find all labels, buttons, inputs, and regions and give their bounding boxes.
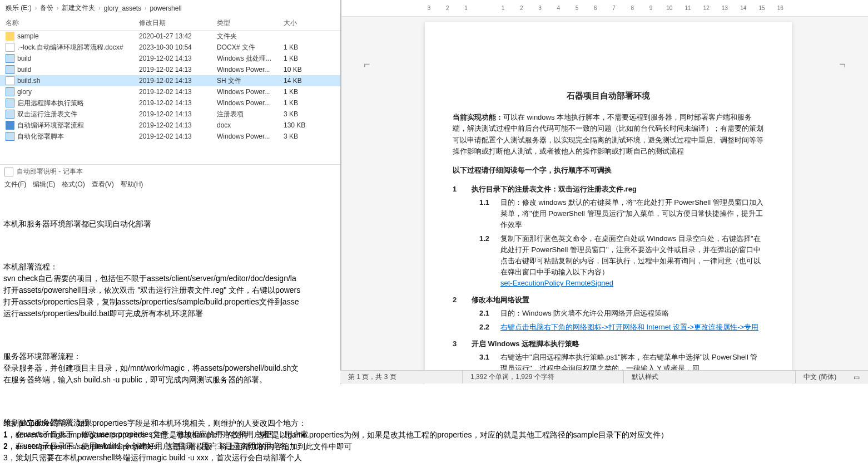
file-type: DOCX# 文件 [217,43,284,52]
breadcrumb[interactable]: 娱乐 (E:)› 备份› 新建文件夹› glory_assets› powers… [0,0,340,16]
file-type: Windows Power... [217,66,284,73]
status-book-icon[interactable]: ▭ [846,371,868,384]
ruler-mark: 12 [702,5,711,11]
doc-ordered-list: 1执行目录下的注册表文件：双击运行注册表文件.reg1.1目的：修改 windo… [453,184,764,376]
file-type: Windows Power... [217,132,284,140]
doc-icon [6,121,14,130]
chevron-right-icon: › [98,5,100,11]
col-header-type[interactable]: 类型 [217,18,284,28]
file-name: 双击运行注册表文件 [17,110,77,119]
ruler-mark: 3 [536,5,544,11]
doc-sub-body: 复制下面那行蓝色英文命令，在桌面空白处或 Windows 目录空白处，右键选择"… [500,233,764,289]
file-size: 3 KB [284,132,328,140]
notepad-titlebar: 自动部署说明 - 记事本 [0,165,340,179]
file-size: 130 KB [284,121,328,129]
menu-edit[interactable]: 编辑(E) [33,180,55,189]
col-header-size[interactable]: 大小 [284,18,328,28]
doc-item-title: 执行目录下的注册表文件：双击运行注册表文件.reg [472,184,764,195]
file-row[interactable]: 启用远程脚本执行策略2019-12-02 14:13Windows Power.… [0,97,340,109]
notepad-para: 服务器环境部署流程： 登录服务器，并创建项目主目录，如/mnt/work/mag… [3,351,337,386]
file-icon [6,43,14,52]
doc-link[interactable]: 右键点击电脑右下角的网络图标->打开网络和 Internet 设置->更改连接属… [500,323,758,331]
ruler[interactable]: 32112345678910111213141516 [341,0,868,17]
doc-item-num: 1 [453,184,464,291]
file-row[interactable]: sample2020-01-27 13:42文件夹 [0,31,340,42]
ruler-mark: 10 [665,5,673,11]
script-icon [6,99,14,107]
ruler-mark: 6 [591,5,599,11]
ruler-mark: 1 [462,5,470,11]
status-bar: 第 1 页，共 3 页 1,392 个单词，1,929 个字符 默认样式 中文 … [340,370,868,384]
chevron-right-icon: › [145,5,146,11]
doc-sub-text: 目的：修改 windows 默认的右键菜单，将"在此处打开 PowerShell… [500,198,763,229]
file-date: 2019-12-02 14:13 [139,132,217,140]
ruler-mark: 16 [776,5,785,11]
ruler-mark: 2 [443,5,452,11]
file-date: 2019-12-02 14:13 [139,77,217,85]
file-row[interactable]: .~lock.自动编译环境部署流程.docx#2023-10-30 10:54D… [0,42,340,53]
file-row[interactable]: 自动化部署脚本2019-12-02 14:13Windows Power...3… [0,131,340,142]
notepad-para: 本机和服务器环境部署都已实现自动化部署 [3,218,337,230]
ruler-mark: 7 [610,5,618,11]
doc-sub-body: 目的：Windows 防火墙不允许公用网络开启远程策略 [500,308,764,319]
menu-file[interactable]: 文件(F) [4,180,26,189]
status-style[interactable]: 默认样式 [624,371,796,384]
file-row[interactable]: build2019-12-02 14:13Windows 批处理...1 KB [0,53,340,64]
doc-sub-text: 右键选中"启用远程脚本执行策略.ps1"脚本，在右键菜单中选择"以 PowerS… [500,353,757,372]
file-list-header: 名称 修改日期 类型 大小 [0,16,340,31]
file-type: Windows Power... [217,88,284,96]
page-corner-mark: ¬ [839,56,846,73]
doc-sub-text: 目的：Windows 防火墙不允许公用网络开启远程策略 [500,309,669,317]
file-name: build.sh [17,77,40,85]
doc-intro-label: 当前实现功能： [453,113,503,121]
breadcrumb-seg[interactable]: powershell [150,4,181,12]
file-row[interactable]: 双击运行注册表文件2019-12-02 14:13注册表项3 KB [0,109,340,120]
file-name: build [17,55,31,62]
file-name: sample [17,32,39,40]
doc-sub-item: 2.1目的：Windows 防火墙不允许公用网络开启远程策略 [479,308,764,319]
file-row[interactable]: glory2019-12-02 14:13Windows Power...1 K… [0,86,340,97]
script-icon [6,132,14,141]
doc-sub-item: 1.2复制下面那行蓝色英文命令，在桌面空白处或 Windows 目录空白处，右键… [479,233,764,289]
col-header-name[interactable]: 名称 [0,18,139,28]
script-icon [6,54,14,63]
file-date: 2019-12-02 14:13 [139,99,217,107]
file-row[interactable]: 自动编译环境部署流程2019-12-02 14:13docx130 KB [0,120,340,131]
doc-sub-body: 目的：修改 windows 默认的右键菜单，将"在此处打开 PowerShell… [500,197,764,230]
file-size: 3 KB [284,110,328,118]
doc-sub-num: 2.1 [479,308,494,319]
file-type: SH 文件 [217,76,284,86]
status-lang[interactable]: 中文 (简体) [796,371,846,384]
file-name: glory [17,88,32,96]
doc-sub-item: 1.1目的：修改 windows 默认的右键菜单，将"在此处打开 PowerSh… [479,197,764,230]
breadcrumb-seg[interactable]: glory_assets [104,4,141,12]
status-page[interactable]: 第 1 页，共 3 页 [340,371,463,384]
script-icon [6,110,14,119]
doc-link[interactable]: set-ExecutionPolicy RemoteSigned [500,279,613,287]
doc-sub-body: 右键点击电脑右下角的网络图标->打开网络和 Internet 设置->更改连接属… [500,322,764,333]
file-icon [6,76,14,85]
file-row[interactable]: build.sh2019-12-02 14:13SH 文件14 KB [0,75,340,86]
doc-intro: 当前实现功能：可以在 windows 本地执行脚本，不需要远程到服务器，同时部署… [453,112,764,157]
file-type: Windows Power... [217,99,284,107]
col-header-date[interactable]: 修改日期 [139,18,217,28]
ruler-mark: 5 [573,5,581,11]
file-row[interactable]: build2019-12-02 14:13Windows Power...10 … [0,64,340,75]
file-date: 2019-12-02 14:13 [139,66,217,73]
ruler-mark: 4 [554,5,563,11]
menu-format[interactable]: 格式(O) [62,180,85,189]
breadcrumb-seg[interactable]: 娱乐 (E:) [6,3,32,13]
file-date: 2019-12-02 14:13 [139,121,217,129]
menu-view[interactable]: 查看(V) [92,180,114,189]
file-size: 1 KB [284,88,328,96]
doc-item-num: 2 [453,294,464,335]
breadcrumb-seg[interactable]: 新建文件夹 [62,3,95,13]
breadcrumb-seg[interactable]: 备份 [40,3,53,13]
status-words[interactable]: 1,392 个单词，1,929 个字符 [463,371,624,384]
doc-sub-text: 复制下面那行蓝色英文命令，在桌面空白处或 Windows 目录空白处，右键选择"… [500,234,761,276]
document-scroll[interactable]: ⌐ ¬ 石器项目自动部署环境 当前实现功能：可以在 windows 本地执行脚本… [341,17,868,384]
file-type: 注册表项 [217,110,284,119]
file-explorer: 娱乐 (E:)› 备份› 新建文件夹› glory_assets› powers… [0,0,340,161]
menu-help[interactable]: 帮助(H) [121,180,143,189]
doc-item-body: 执行目录下的注册表文件：双击运行注册表文件.reg1.1目的：修改 window… [472,184,764,291]
